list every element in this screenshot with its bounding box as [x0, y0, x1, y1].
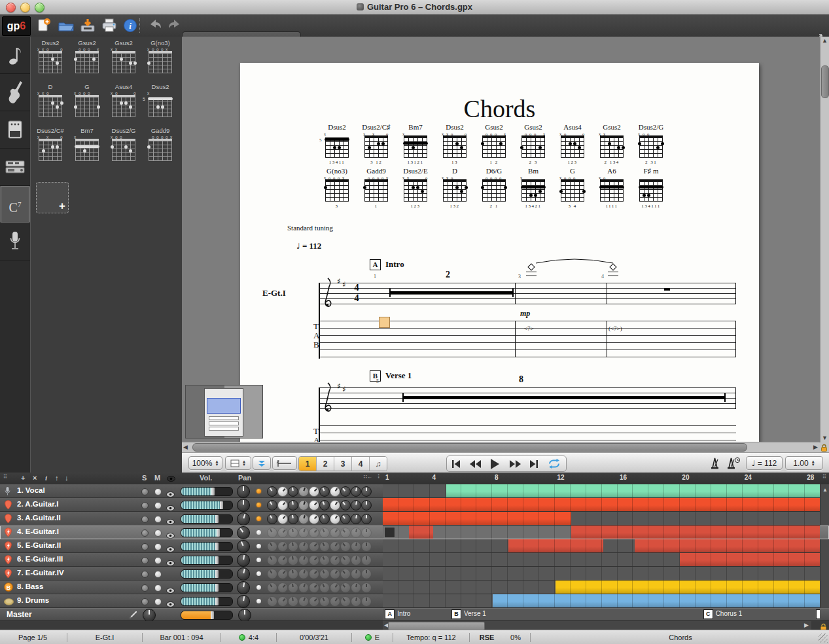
- solo-button[interactable]: [141, 598, 149, 605]
- play-button[interactable]: [489, 458, 501, 470]
- playback-position-cell[interactable]: [384, 527, 395, 538]
- track-name[interactable]: 1. Vocal: [17, 486, 45, 494]
- voice-2-button[interactable]: 2: [317, 457, 334, 471]
- track-timeline[interactable]: [383, 512, 820, 525]
- nav-chords-button[interactable]: C7: [0, 186, 30, 223]
- voice-3-button[interactable]: 3: [334, 457, 352, 471]
- effect-knob[interactable]: [277, 582, 288, 593]
- tempo-button[interactable]: ♩ = 112: [746, 456, 783, 470]
- effect-knob[interactable]: [277, 514, 288, 524]
- save-file-button[interactable]: [79, 18, 96, 33]
- effect-knob[interactable]: [288, 569, 298, 579]
- timeline-scroll-strip[interactable]: ▲ ▼: [820, 484, 829, 622]
- effect-knob[interactable]: [319, 541, 330, 552]
- add-track-button[interactable]: +: [21, 474, 25, 482]
- effect-knob[interactable]: [361, 500, 372, 510]
- timeline-segment-gray[interactable]: [603, 539, 635, 552]
- effect-knob[interactable]: [340, 514, 351, 524]
- effect-knob[interactable]: [298, 596, 309, 607]
- volume-slider[interactable]: [181, 556, 233, 565]
- effect-knob[interactable]: [267, 569, 277, 579]
- effect-knob[interactable]: [361, 569, 372, 579]
- edit-cursor[interactable]: [379, 317, 390, 328]
- effect-knob[interactable]: [309, 514, 319, 524]
- track-timeline[interactable]: [383, 498, 820, 511]
- effect-knob[interactable]: [298, 500, 309, 510]
- scroll-left-icon[interactable]: ◀: [183, 443, 188, 452]
- volume-slider[interactable]: [181, 569, 233, 579]
- effect-knob[interactable]: [309, 555, 319, 565]
- solo-button[interactable]: [141, 584, 149, 592]
- move-track-down-button[interactable]: ↓: [65, 474, 69, 482]
- page-layout-stepper[interactable]: ▲▼: [225, 456, 251, 470]
- effect-knob[interactable]: [361, 541, 372, 552]
- effect-knob[interactable]: [330, 514, 340, 524]
- effect-knob[interactable]: [361, 528, 372, 538]
- mute-button[interactable]: [154, 516, 162, 523]
- effect-knob[interactable]: [267, 582, 277, 593]
- effect-knob[interactable]: [267, 500, 277, 510]
- scroll-up-icon[interactable]: ▲: [820, 37, 829, 45]
- effect-knob[interactable]: [298, 541, 309, 552]
- volume-slider[interactable]: [181, 583, 233, 592]
- effect-knob[interactable]: [361, 486, 372, 497]
- effect-knob[interactable]: [319, 500, 330, 510]
- effect-knob[interactable]: [267, 596, 277, 607]
- edit-pencil-icon[interactable]: [128, 609, 139, 620]
- vertical-scroll-thumb[interactable]: [821, 65, 829, 98]
- track-row[interactable]: 7. E-Guitar.IV: [0, 567, 829, 581]
- vertical-fit-button[interactable]: [253, 456, 271, 470]
- chord-diagram[interactable]: Gsus2xx: [105, 39, 142, 83]
- count-in-button[interactable]: [726, 457, 741, 469]
- track-row[interactable]: 5. E-Guitar.II: [0, 539, 829, 553]
- track-timeline[interactable]: [383, 567, 820, 580]
- timeline-segment-blue[interactable]: [493, 594, 820, 607]
- move-track-up-button[interactable]: ↑: [55, 474, 59, 482]
- timeline-scroll-up-icon[interactable]: ▲: [820, 487, 829, 493]
- effect-knob[interactable]: [330, 555, 340, 565]
- effect-knob[interactable]: [361, 555, 372, 565]
- pan-knob[interactable]: [237, 595, 250, 608]
- undo-button[interactable]: [148, 18, 165, 33]
- effect-knob[interactable]: [288, 596, 298, 607]
- scroll-lock-button[interactable]: [819, 442, 829, 452]
- effect-knob[interactable]: [330, 582, 340, 593]
- timeline-scrollbar[interactable]: ◀ ▶: [383, 621, 811, 630]
- track-row[interactable]: 2. A.Guitar.I: [0, 498, 829, 512]
- nav-effects-button[interactable]: [0, 149, 30, 186]
- remove-track-button[interactable]: ×: [33, 474, 37, 482]
- timeline-segment-red2[interactable]: [508, 539, 603, 552]
- mute-button[interactable]: [154, 543, 162, 550]
- nav-amp-button[interactable]: [0, 111, 30, 149]
- volume-slider[interactable]: [181, 528, 233, 537]
- pan-knob[interactable]: [237, 512, 250, 526]
- track-timeline[interactable]: [383, 553, 820, 566]
- pan-knob[interactable]: [237, 526, 250, 539]
- solo-button[interactable]: [141, 516, 149, 523]
- mute-button[interactable]: [154, 529, 162, 537]
- effect-knob[interactable]: [351, 541, 361, 552]
- score-vertical-scrollbar[interactable]: ▲ ▼: [820, 37, 829, 442]
- effect-knob[interactable]: [309, 500, 319, 510]
- effect-knob[interactable]: [361, 514, 372, 524]
- effect-knob[interactable]: [309, 596, 319, 607]
- track-row[interactable]: 1. Vocal: [0, 484, 829, 498]
- effect-knob[interactable]: [288, 528, 298, 538]
- chord-diagram[interactable]: G(no3)xooox: [142, 39, 179, 83]
- timeline-segment-gray[interactable]: [383, 581, 556, 594]
- track-row[interactable]: B8. Bass: [0, 581, 829, 594]
- effect-knob[interactable]: [330, 541, 340, 552]
- section-marker[interactable]: CChorus 1: [703, 609, 743, 619]
- effect-knob[interactable]: [340, 500, 351, 510]
- effect-knob[interactable]: [277, 596, 288, 607]
- nav-audio-button[interactable]: [0, 223, 30, 260]
- effect-knob[interactable]: [319, 486, 330, 497]
- timeline-segment-gray[interactable]: [383, 594, 493, 607]
- chord-diagram[interactable]: Gadd9oooox: [142, 127, 179, 171]
- solo-button[interactable]: [141, 502, 149, 509]
- effect-knob[interactable]: [340, 582, 351, 593]
- pan-knob[interactable]: [237, 485, 250, 498]
- pan-knob[interactable]: [237, 499, 250, 512]
- voice-4-button[interactable]: 4: [352, 457, 370, 471]
- chord-diagram[interactable]: Dsus2/Gxoo: [105, 127, 142, 171]
